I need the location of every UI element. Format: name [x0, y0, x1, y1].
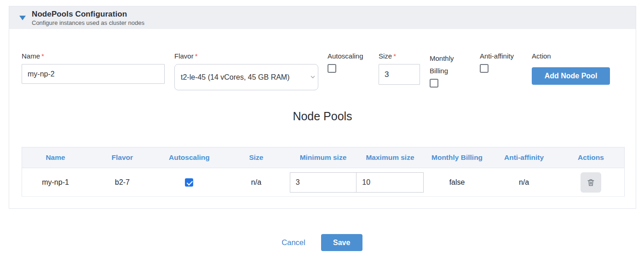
size-label: Size* [379, 52, 420, 60]
monthly-billing-checkbox[interactable] [430, 79, 438, 88]
flavor-field: Flavor* t2-le-45 (14 vCores, 45 GB RAM) [174, 52, 318, 90]
column-header-minimum-size: Minimum size [290, 147, 357, 168]
nodepools-panel: NodePools Configuration Configure instan… [9, 6, 636, 209]
anti-affinity-label: Anti-affinity [480, 52, 514, 60]
action-field: Action Add Node Pool [532, 52, 610, 85]
flavor-select[interactable]: t2-le-45 (14 vCores, 45 GB RAM) [174, 64, 318, 90]
delete-row-button[interactable] [581, 172, 601, 193]
cell-name: my-np-1 [22, 168, 89, 197]
trash-icon [586, 178, 595, 187]
column-header-monthly-billing: Monthly Billing [424, 147, 491, 168]
cell-maximum-size [356, 168, 424, 197]
flavor-label: Flavor* [174, 52, 318, 60]
name-label: Name* [22, 52, 165, 60]
save-button[interactable]: Save [321, 234, 362, 251]
column-header-anti-affinity: Anti-affinity [490, 147, 558, 168]
column-header-name: Name [22, 147, 89, 168]
table-row: my-np-1 b2-7 n/a false n/a [22, 168, 625, 197]
cancel-button[interactable]: Cancel [282, 238, 305, 247]
collapse-triangle-icon[interactable] [19, 16, 26, 20]
action-label: Action [532, 52, 610, 60]
cell-anti-affinity: n/a [490, 168, 558, 197]
column-header-size: Size [223, 147, 290, 168]
panel-title: NodePools Configuration [32, 10, 144, 19]
monthly-billing-field: Monthly Billing [430, 52, 462, 88]
cell-size: n/a [223, 168, 290, 197]
cell-flavor: b2-7 [89, 168, 156, 197]
required-marker: * [195, 52, 198, 60]
autoscaling-field: Autoscaling [328, 52, 363, 73]
required-marker: * [393, 52, 396, 60]
footer-actions: Cancel Save [0, 234, 644, 251]
nodepool-form: Name* Flavor* t2-le-45 (14 vCores, 45 GB… [9, 29, 636, 110]
panel-subtitle: Configure instances used as cluster node… [32, 19, 144, 26]
autoscaling-checkbox[interactable] [328, 64, 336, 73]
flavor-selected-value: t2-le-45 (14 vCores, 45 GB RAM) [181, 73, 290, 82]
name-field: Name* [22, 52, 165, 84]
cell-monthly-billing: false [424, 168, 491, 197]
size-input[interactable] [379, 64, 420, 85]
anti-affinity-field: Anti-affinity [480, 52, 514, 73]
anti-affinity-checkbox[interactable] [480, 64, 489, 73]
column-header-autoscaling: Autoscaling [156, 147, 223, 168]
chevron-down-icon [309, 73, 316, 81]
cell-autoscaling [156, 168, 223, 197]
required-marker: * [41, 52, 44, 60]
column-header-flavor: Flavor [89, 147, 156, 168]
add-node-pool-button[interactable]: Add Node Pool [532, 67, 610, 85]
cell-minimum-size [290, 168, 357, 197]
column-header-actions: Actions [558, 147, 625, 168]
column-header-maximum-size: Maximum size [356, 147, 424, 168]
panel-header: NodePools Configuration Configure instan… [9, 6, 636, 29]
screen: NodePools Configuration Configure instan… [0, 0, 644, 258]
max-size-input[interactable] [356, 172, 424, 193]
name-input[interactable] [22, 64, 165, 84]
cell-actions [558, 168, 625, 197]
row-autoscaling-checkbox[interactable] [185, 178, 193, 187]
min-size-input[interactable] [290, 172, 357, 193]
table-header-row: Name Flavor Autoscaling Size Minimum siz… [22, 147, 625, 168]
node-pools-heading: Node Pools [9, 110, 636, 123]
monthly-billing-label: Monthly Billing [430, 52, 462, 77]
size-field: Size* [379, 52, 420, 85]
autoscaling-label: Autoscaling [328, 52, 363, 60]
node-pools-table: Name Flavor Autoscaling Size Minimum siz… [22, 147, 625, 197]
